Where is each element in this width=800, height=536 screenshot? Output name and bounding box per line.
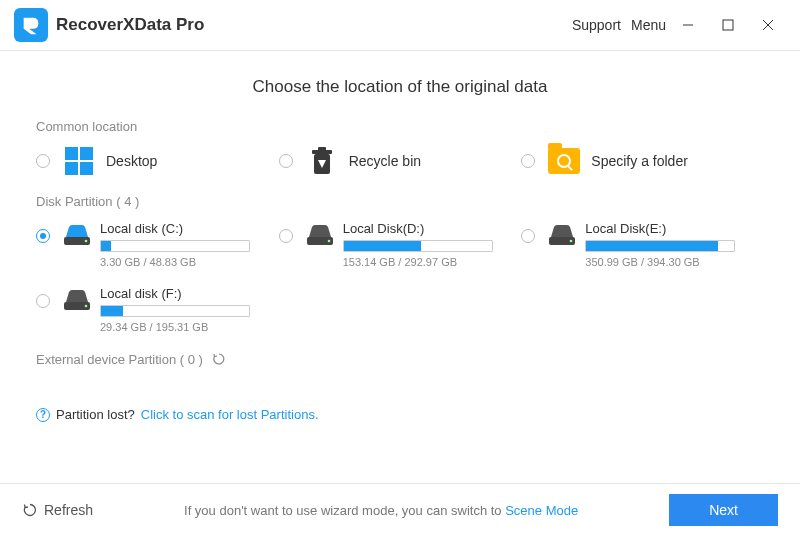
partition-lost-hint: ? Partition lost? Click to scan for lost… [36,407,764,422]
location-label: Specify a folder [591,153,688,169]
hdd-icon [62,288,92,316]
radio-folder[interactable] [521,154,535,168]
app-logo [14,8,48,42]
location-folder[interactable]: Specify a folder [521,146,764,176]
close-button[interactable] [750,11,786,39]
support-link[interactable]: Support [572,17,621,33]
disk-item[interactable]: Local disk (C:) 3.30 GB / 48.83 GB [36,221,279,268]
svg-point-14 [85,305,88,308]
app-name: RecoverXData Pro [56,15,204,35]
disk-item[interactable]: Local Disk(E:) 350.99 GB / 394.30 GB [521,221,764,268]
section-common: Common location [36,119,764,134]
refresh-icon [22,502,38,518]
scan-lost-link[interactable]: Click to scan for lost Partitions. [141,407,319,422]
radio-desktop[interactable] [36,154,50,168]
hdd-icon [305,223,335,251]
next-button[interactable]: Next [669,494,778,526]
radio-disk[interactable] [521,229,535,243]
svg-rect-1 [723,20,733,30]
svg-point-8 [85,240,88,243]
svg-rect-6 [318,147,326,151]
disk-item[interactable]: Local Disk(D:) 153.14 GB / 292.97 GB [279,221,522,268]
disk-size: 350.99 GB / 394.30 GB [585,256,750,268]
main-content: Choose the location of the original data… [0,51,800,483]
external-refresh-icon[interactable] [211,351,227,367]
disk-size: 153.14 GB / 292.97 GB [343,256,508,268]
menu-link[interactable]: Menu [631,17,666,33]
titlebar: RecoverXData Pro Support Menu [0,0,800,51]
disk-usage-bar [100,240,250,252]
scene-mode-link[interactable]: Scene Mode [505,503,578,518]
location-desktop[interactable]: Desktop [36,146,279,176]
footer-hint: If you don't want to use wizard mode, yo… [93,503,669,518]
radio-disk[interactable] [36,294,50,308]
location-recycle[interactable]: Recycle bin [279,146,522,176]
disk-item[interactable]: Local disk (F:) 29.34 GB / 195.31 GB [36,286,279,333]
hdd-icon [62,223,92,251]
svg-point-10 [327,240,330,243]
radio-recycle[interactable] [279,154,293,168]
hdd-icon [547,223,577,251]
windows-icon [62,146,96,176]
disk-usage-bar [343,240,493,252]
disk-name: Local disk (F:) [100,286,265,301]
disk-name: Local disk (C:) [100,221,265,236]
folder-icon [547,146,581,176]
disk-usage-bar [585,240,735,252]
refresh-button[interactable]: Refresh [22,502,93,518]
disk-usage-bar [100,305,250,317]
minimize-button[interactable] [670,11,706,39]
common-row: Desktop Recycle bin Specify a folder [36,146,764,176]
footer: Refresh If you don't want to use wizard … [0,483,800,536]
svg-point-12 [570,240,573,243]
radio-disk[interactable] [36,229,50,243]
disk-grid: Local disk (C:) 3.30 GB / 48.83 GB Local… [36,221,764,333]
recycle-icon [305,146,339,176]
disk-size: 3.30 GB / 48.83 GB [100,256,265,268]
disk-size: 29.34 GB / 195.31 GB [100,321,265,333]
location-label: Desktop [106,153,157,169]
section-external: External device Partition ( 0 ) [36,351,764,367]
help-icon: ? [36,408,50,422]
disk-name: Local Disk(D:) [343,221,508,236]
location-label: Recycle bin [349,153,421,169]
section-disk: Disk Partition ( 4 ) [36,194,764,209]
maximize-button[interactable] [710,11,746,39]
disk-name: Local Disk(E:) [585,221,750,236]
page-heading: Choose the location of the original data [36,77,764,97]
radio-disk[interactable] [279,229,293,243]
